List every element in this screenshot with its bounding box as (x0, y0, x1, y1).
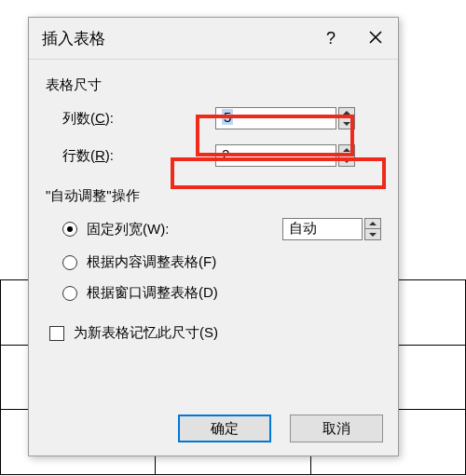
insert-table-dialog: 插入表格 ? 表格尺寸 列数(C): 5 (28, 17, 399, 456)
fit-contents-label: 根据内容调整表格(F) (87, 253, 216, 271)
ok-button-label: 确定 (211, 420, 239, 438)
dialog-titlebar: 插入表格 ? (29, 18, 398, 60)
autofit-section-label: "自动调整"操作 (46, 187, 381, 205)
fit-contents-radio[interactable] (62, 255, 77, 270)
rows-label: 行数(R): (46, 147, 156, 165)
columns-spin-up[interactable] (338, 107, 355, 118)
fixed-width-spin-down[interactable] (364, 229, 381, 240)
help-icon: ? (326, 29, 336, 48)
columns-value: 5 (222, 109, 233, 125)
fixed-width-spin-up[interactable] (364, 218, 381, 229)
columns-label: 列数(C): (46, 110, 156, 128)
dialog-title: 插入表格 (42, 28, 308, 49)
rows-spin-up[interactable] (338, 144, 355, 156)
columns-input[interactable]: 5 (215, 107, 336, 129)
rows-spin-down[interactable] (338, 156, 355, 167)
rows-input[interactable]: 2 (215, 144, 336, 167)
fit-contents-radio-row[interactable]: 根据内容调整表格(F) (46, 253, 381, 271)
fit-window-radio[interactable] (62, 286, 77, 301)
remember-size-checkbox[interactable] (49, 326, 64, 341)
fixed-width-value-input[interactable]: 自动 (282, 218, 363, 240)
rows-field: 行数(R): 2 (46, 144, 381, 167)
cancel-button[interactable]: 取消 (290, 415, 383, 442)
remember-size-label: 为新表格记忆此尺寸(S) (74, 324, 218, 342)
chevron-up-icon (369, 221, 377, 226)
columns-field: 列数(C): 5 (46, 107, 381, 129)
rows-value: 2 (222, 146, 229, 162)
chevron-down-icon (343, 121, 350, 127)
fit-window-label: 根据窗口调整表格(D) (87, 284, 218, 302)
fixed-width-value: 自动 (289, 220, 317, 236)
columns-spin-down[interactable] (338, 118, 355, 129)
chevron-up-icon (343, 110, 350, 116)
help-button[interactable]: ? (308, 18, 353, 59)
remember-size-row[interactable]: 为新表格记忆此尺寸(S) (49, 324, 381, 342)
chevron-up-icon (343, 147, 350, 153)
chevron-down-icon (369, 232, 377, 238)
fit-window-radio-row[interactable]: 根据窗口调整表格(D) (46, 284, 381, 302)
fixed-width-radio[interactable] (62, 222, 77, 237)
close-button[interactable] (353, 18, 398, 59)
table-size-section-label: 表格尺寸 (46, 76, 381, 94)
cancel-button-label: 取消 (322, 420, 350, 438)
fixed-width-label: 固定列宽(W): (87, 221, 169, 238)
chevron-down-icon (343, 158, 350, 164)
close-icon (369, 29, 382, 48)
ok-button[interactable]: 确定 (178, 415, 271, 442)
fixed-width-radio-row[interactable]: 固定列宽(W): 自动 (46, 218, 381, 240)
